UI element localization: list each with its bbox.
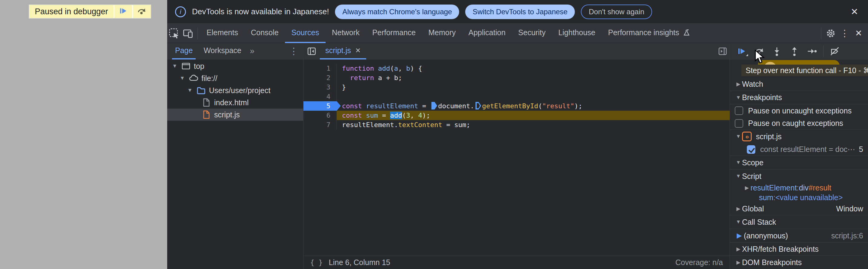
tab-network[interactable]: Network bbox=[326, 24, 366, 43]
inspect-element-button[interactable] bbox=[167, 26, 181, 41]
collapse-icon[interactable]: ▼ bbox=[735, 95, 742, 101]
step-out-button[interactable] bbox=[786, 44, 803, 58]
tab-memory[interactable]: Memory bbox=[422, 24, 462, 43]
inline-breakpoint-icon[interactable] bbox=[431, 102, 437, 109]
file-icon bbox=[202, 98, 211, 107]
collapse-icon[interactable]: ▼ bbox=[735, 219, 742, 225]
tab-elements[interactable]: Elements bbox=[200, 24, 244, 43]
language-infobar: i DevTools is now available in Japanese!… bbox=[167, 0, 868, 24]
tree-item-top[interactable]: ▼ top bbox=[167, 60, 303, 72]
scope-var-sum[interactable]: sum: <value unavailable> bbox=[730, 193, 868, 202]
inline-breakpoint-candidate-icon[interactable] bbox=[475, 102, 481, 109]
code-area[interactable]: 1 function add(a, b) { 2 return a + b; 3… bbox=[304, 59, 730, 255]
section-call-stack[interactable]: ▼ Call Stack bbox=[730, 215, 868, 229]
collapse-icon[interactable]: ▼ bbox=[735, 133, 742, 139]
close-tab-icon[interactable]: ✕ bbox=[355, 47, 361, 55]
step-button[interactable] bbox=[803, 44, 821, 58]
tree-item-script-js[interactable]: script.js bbox=[167, 109, 303, 121]
debugger-toolbar bbox=[730, 43, 868, 59]
scope-script-group[interactable]: ▼ Script bbox=[730, 169, 868, 183]
tab-sources[interactable]: Sources bbox=[285, 24, 326, 43]
navigator-more-options-icon[interactable]: ⋮ bbox=[289, 46, 298, 56]
resume-icon bbox=[119, 6, 128, 17]
expand-icon[interactable]: ▼ bbox=[172, 63, 178, 69]
scope-global-group[interactable]: ▶ Global Window bbox=[730, 202, 868, 215]
source-editor: script.js ✕ 1 function add(a, b) { bbox=[304, 43, 730, 269]
script-file-icon: ‹› bbox=[742, 132, 752, 141]
match-chrome-language-button[interactable]: Always match Chrome's language bbox=[335, 4, 459, 19]
line-number[interactable]: 4 bbox=[304, 92, 337, 101]
resume-button[interactable] bbox=[733, 44, 750, 58]
expand-icon[interactable]: ▶ bbox=[735, 246, 742, 252]
dont-show-again-button[interactable]: Don't show again bbox=[581, 4, 652, 19]
editor-tab-script-js[interactable]: script.js ✕ bbox=[320, 43, 366, 59]
resume-icon bbox=[737, 46, 747, 56]
section-dom-breakpoints[interactable]: ▶ DOM Breakpoints bbox=[730, 255, 868, 269]
expand-icon[interactable]: ▶ bbox=[735, 206, 742, 212]
code-line: 2 return a + b; bbox=[304, 73, 730, 82]
expand-icon[interactable]: ▶ bbox=[735, 259, 742, 266]
frame-location[interactable]: script.js:6 bbox=[831, 232, 863, 240]
line-number[interactable]: 2 bbox=[304, 73, 337, 82]
step-into-button[interactable] bbox=[768, 44, 786, 58]
pause-caught-checkbox[interactable] bbox=[735, 119, 743, 128]
collapse-icon[interactable]: ▼ bbox=[735, 173, 742, 179]
tab-performance-insights[interactable]: Performance insights bbox=[602, 24, 697, 43]
tab-workspace[interactable]: Workspace bbox=[200, 43, 244, 59]
divider bbox=[197, 27, 198, 39]
section-scope[interactable]: ▼ Scope bbox=[730, 156, 868, 169]
tree-item-index-html[interactable]: index.html bbox=[167, 97, 303, 109]
line-number[interactable]: 6 bbox=[304, 111, 337, 120]
more-options-button[interactable]: ⋮ bbox=[838, 26, 851, 41]
deactivate-breakpoints-button[interactable] bbox=[826, 44, 843, 58]
tree-item-file-protocol[interactable]: ▼ file:// bbox=[167, 72, 303, 84]
resume-script-button[interactable] bbox=[115, 5, 132, 18]
section-breakpoints[interactable]: ▼ Breakpoints bbox=[730, 91, 868, 104]
expand-icon[interactable]: ▼ bbox=[187, 87, 193, 93]
step-out-icon bbox=[789, 46, 800, 56]
cloud-icon bbox=[189, 73, 198, 83]
expand-icon[interactable]: ▶ bbox=[743, 185, 750, 191]
step-over-icon bbox=[137, 6, 147, 17]
devtools-close-icon[interactable]: ✕ bbox=[851, 26, 866, 41]
paused-function-highlight[interactable]: add bbox=[390, 112, 402, 119]
pretty-print-button[interactable]: { } bbox=[310, 259, 323, 267]
breakpoint-enabled-checkbox[interactable] bbox=[747, 145, 755, 154]
editor-statusbar: { } Line 6, Column 15 Coverage: n/a bbox=[304, 255, 730, 269]
tab-page[interactable]: Page bbox=[172, 43, 196, 59]
tree-item-project-folder[interactable]: ▼ Users/user/project bbox=[167, 84, 303, 97]
expand-icon[interactable]: ▼ bbox=[179, 75, 186, 81]
switch-devtools-japanese-button[interactable]: Switch DevTools to Japanese bbox=[465, 4, 575, 19]
infobar-close-icon[interactable]: ✕ bbox=[849, 6, 860, 17]
step-over-badge-button[interactable] bbox=[133, 5, 151, 18]
gear-icon bbox=[826, 28, 836, 38]
pause-uncaught-checkbox[interactable] bbox=[735, 106, 743, 115]
toggle-debugger-sidebar-icon bbox=[718, 46, 727, 56]
tab-console[interactable]: Console bbox=[244, 24, 285, 43]
device-toolbar-icon bbox=[183, 28, 193, 39]
tab-lighthouse[interactable]: Lighthouse bbox=[552, 24, 601, 43]
folder-icon bbox=[196, 85, 206, 95]
expand-icon[interactable]: ▶ bbox=[735, 81, 742, 87]
collapse-icon[interactable]: ▼ bbox=[735, 160, 742, 166]
line-number[interactable]: 7 bbox=[304, 120, 337, 130]
call-stack-frame[interactable]: ▶ (anonymous) script.js:6 bbox=[730, 229, 868, 243]
breakpoint-line-number[interactable]: 5 bbox=[304, 101, 337, 111]
settings-button[interactable] bbox=[824, 26, 838, 41]
tab-performance[interactable]: Performance bbox=[366, 24, 422, 43]
more-tabs-icon[interactable]: » bbox=[250, 46, 254, 56]
line-number[interactable]: 1 bbox=[304, 64, 337, 73]
divider bbox=[821, 27, 822, 39]
hide-navigator-button[interactable] bbox=[304, 44, 320, 58]
section-xhr-breakpoints[interactable]: ▶ XHR/fetch Breakpoints bbox=[730, 243, 868, 255]
breakpoint-group-script-js[interactable]: ▼ ‹› script.js bbox=[730, 130, 868, 143]
scope-var-resultElement[interactable]: ▶ resultElement: div#result bbox=[730, 183, 868, 193]
device-toolbar-button[interactable] bbox=[181, 26, 195, 41]
tab-application[interactable]: Application bbox=[462, 24, 512, 43]
section-watch[interactable]: ▶ Watch bbox=[730, 77, 868, 91]
show-debugger-sidebar-button[interactable] bbox=[716, 44, 730, 58]
line-number[interactable]: 3 bbox=[304, 82, 337, 92]
tab-security[interactable]: Security bbox=[512, 24, 552, 43]
coverage-status: Coverage: n/a bbox=[675, 258, 723, 267]
breakpoint-entry[interactable]: const resultElement = doc⋯ 5 bbox=[730, 143, 868, 156]
